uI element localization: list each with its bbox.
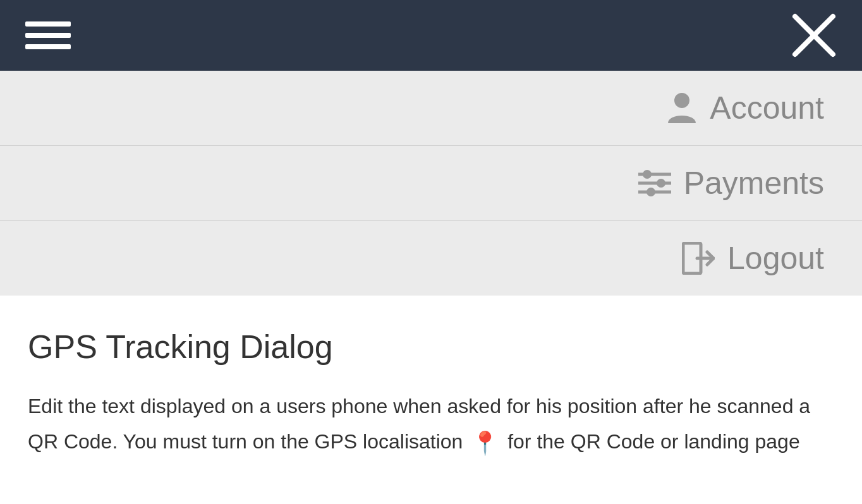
svg-point-2 <box>674 93 689 108</box>
sliders-icon <box>638 169 671 197</box>
payments-label: Payments <box>684 165 824 201</box>
hamburger-menu-button[interactable] <box>25 21 71 49</box>
description-text-part2: for the QR Code or landing page <box>507 430 800 453</box>
page-description: Edit the text displayed on a users phone… <box>28 389 834 462</box>
menu-section: Account Payments <box>0 71 862 296</box>
close-button[interactable] <box>791 13 837 58</box>
close-icon <box>791 13 837 58</box>
person-icon <box>667 92 697 124</box>
menu-item-logout[interactable]: Logout <box>0 221 862 296</box>
svg-point-8 <box>646 188 655 196</box>
content-section: GPS Tracking Dialog Edit the text displa… <box>0 296 862 488</box>
top-navigation <box>0 0 862 71</box>
page-title: GPS Tracking Dialog <box>28 327 834 366</box>
map-pin-icon: 📍 <box>471 424 499 462</box>
menu-item-account[interactable]: Account <box>0 71 862 146</box>
account-label: Account <box>710 90 824 126</box>
menu-item-payments[interactable]: Payments <box>0 146 862 221</box>
svg-point-4 <box>643 170 652 179</box>
svg-point-6 <box>657 179 665 188</box>
logout-label: Logout <box>727 240 824 277</box>
logout-icon <box>682 242 715 275</box>
